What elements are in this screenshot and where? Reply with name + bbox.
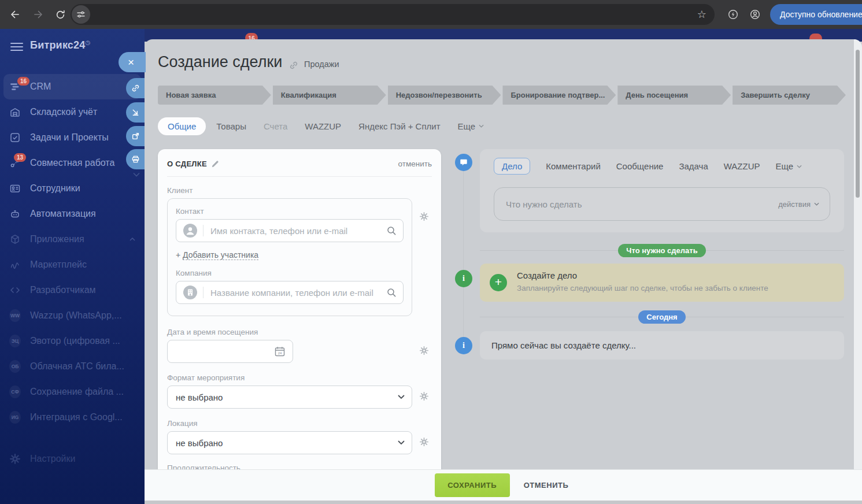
add-participant-link[interactable]: + Добавить участника	[176, 250, 404, 260]
address-bar[interactable]: ☆	[71, 4, 715, 25]
gear-icon[interactable]	[420, 346, 428, 355]
todo-input[interactable]	[506, 199, 778, 209]
plus-icon[interactable]: +	[490, 274, 507, 291]
modal-more-actions-chevron-icon[interactable]	[133, 172, 140, 177]
actions-dropdown[interactable]: действия	[778, 200, 819, 209]
stage-item[interactable]: Недозвон/перезвонить	[388, 86, 501, 105]
create-activity-tip-card[interactable]: + Создайте дело Запланируйте следующий ш…	[480, 264, 844, 302]
menu-hamburger-icon[interactable]	[10, 43, 23, 51]
modal-print-button[interactable]	[126, 149, 145, 169]
edit-pencil-icon[interactable]	[212, 160, 219, 168]
search-icon[interactable]	[387, 226, 396, 235]
sidebar-item-file-save[interactable]: СФ Сохранение файла ...	[0, 379, 145, 405]
pipeline-name[interactable]: Продажи	[304, 60, 339, 69]
composer-tab-comment[interactable]: Комментарий	[546, 161, 600, 171]
deal-stage-bar: Новая заявка Квалификация Недозвон/перез…	[158, 86, 846, 105]
composer-tab-more[interactable]: Еще	[776, 161, 802, 171]
tab-general[interactable]: Общие	[158, 117, 206, 135]
site-settings-button[interactable]	[72, 5, 90, 24]
location-select[interactable]: не выбрано	[167, 431, 412, 454]
stage-item[interactable]: Новая заявка	[158, 86, 271, 105]
composer-tab-message[interactable]: Сообщение	[616, 161, 664, 171]
profile-button[interactable]	[745, 4, 765, 25]
modal-download-button[interactable]	[126, 102, 145, 123]
modal-scrollbar-thumb[interactable]	[856, 50, 860, 198]
tip-text: Запланируйте следующий шаг по сделке, чт…	[517, 284, 768, 292]
modal-open-new-window-button[interactable]	[126, 126, 145, 146]
composer-tab-wazzup[interactable]: WAZZUP	[724, 161, 760, 171]
company-avatar-icon	[183, 286, 197, 299]
company-input[interactable]	[210, 288, 387, 298]
bookmark-star-icon[interactable]: ☆	[697, 9, 706, 20]
forward-button[interactable]	[28, 4, 49, 25]
browser-chrome: ☆ Доступно обновление	[0, 0, 862, 29]
sidebar-item-label: Совместная работа	[30, 158, 114, 168]
contact-input[interactable]	[210, 226, 387, 236]
performance-button[interactable]	[723, 4, 743, 25]
automation-icon	[9, 208, 21, 220]
sidebar-item-label: Облачная АТС била...	[30, 361, 124, 372]
gear-icon[interactable]	[420, 212, 428, 221]
calendar-icon[interactable]: 24	[274, 346, 286, 357]
contact-avatar-icon	[183, 224, 197, 238]
stage-item[interactable]: День посещения	[617, 86, 731, 105]
reload-button[interactable]	[50, 4, 71, 25]
modal-copy-link-button[interactable]	[126, 78, 145, 98]
sidebar-item-evotor[interactable]: ЭЦ Эвотор (цифровая ...	[0, 328, 145, 354]
warehouse-icon	[9, 106, 21, 118]
sidebar-item-employees[interactable]: Сотрудники	[0, 176, 145, 201]
sidebar-item-collaboration[interactable]: Совместная работа 13	[0, 150, 145, 176]
tab-yandex-pay[interactable]: Яндекс Пэй + Сплит	[352, 117, 447, 135]
employees-icon	[9, 183, 21, 194]
deal-form-card: О СДЕЛКЕ отменить Клиент Контакт +	[158, 149, 441, 469]
brand-logo[interactable]: Битрикс24◷	[30, 39, 90, 51]
sidebar-item-cloud-ats[interactable]: ОБ Облачная АТС била...	[0, 354, 145, 379]
sidebar-item-crm[interactable]: CRM 16	[3, 74, 141, 99]
event-format-select[interactable]: не выбрано	[167, 386, 412, 409]
tab-invoices[interactable]: Счета	[257, 117, 294, 135]
visit-date-input[interactable]	[175, 347, 274, 357]
sidebar-item-warehouse[interactable]: Складской учёт	[0, 99, 145, 125]
sidebar-item-wazzup[interactable]: WW Wazzup (WhatsApp,...	[0, 303, 145, 328]
modal-scrollbar-track[interactable]	[854, 39, 862, 469]
sidebar-item-developers[interactable]: Разработчикам	[0, 277, 145, 303]
stage-item[interactable]: Квалификация	[273, 86, 386, 105]
cancel-button[interactable]: ОТМЕНИТЬ	[520, 475, 572, 495]
browser-update-button[interactable]: Доступно обновление	[770, 4, 862, 25]
tab-wazzup[interactable]: WAZZUP	[298, 117, 348, 135]
visit-date-field[interactable]: 24	[167, 340, 293, 363]
gear-icon[interactable]	[420, 392, 428, 401]
contact-field[interactable]	[176, 219, 404, 242]
stage-item[interactable]: Завершить сделку	[732, 86, 846, 105]
search-icon[interactable]	[387, 288, 396, 297]
sidebar-item-automation[interactable]: Автоматизация	[0, 201, 145, 227]
stage-item[interactable]: Бронирование подтвер...	[502, 86, 616, 105]
section-cancel-link[interactable]: отменить	[398, 160, 432, 168]
company-field[interactable]	[176, 281, 404, 304]
title-link-icon[interactable]	[289, 61, 298, 70]
evotor-app-icon: ЭЦ	[9, 335, 21, 347]
sidebar-item-settings[interactable]: Настройки	[0, 446, 145, 472]
tune-icon	[76, 10, 86, 19]
sidebar-item-label: Приложения	[30, 234, 84, 244]
save-button[interactable]: СОХРАНИТЬ	[435, 473, 510, 497]
duration-label: Продолжительность	[167, 464, 432, 469]
apps-icon	[9, 234, 21, 245]
sidebar-item-apps[interactable]: Приложения	[0, 227, 145, 252]
gear-icon[interactable]	[420, 438, 428, 446]
page-bottom-strip	[145, 501, 862, 504]
sidebar-item-tasks[interactable]: Задачи и Проекты	[0, 125, 145, 150]
company-label: Компания	[176, 269, 404, 277]
composer-tab-task[interactable]: Задача	[679, 161, 708, 171]
tab-more[interactable]: Еще	[451, 117, 491, 135]
sidebar-item-marketplace[interactable]: Маркетплейс	[0, 252, 145, 277]
visit-date-label: Дата и время посещения	[167, 328, 412, 336]
sidebar-item-google-integration[interactable]: ИG Интеграция с Googl...	[0, 405, 145, 430]
timeline-connector	[463, 171, 464, 339]
composer-input-box[interactable]: действия	[494, 187, 830, 221]
modal-close-button[interactable]: ×	[119, 52, 146, 72]
composer-tab-activity[interactable]: Дело	[494, 158, 530, 175]
info-icon: i	[455, 337, 472, 354]
back-button[interactable]	[5, 4, 25, 25]
tab-products[interactable]: Товары	[209, 117, 253, 135]
